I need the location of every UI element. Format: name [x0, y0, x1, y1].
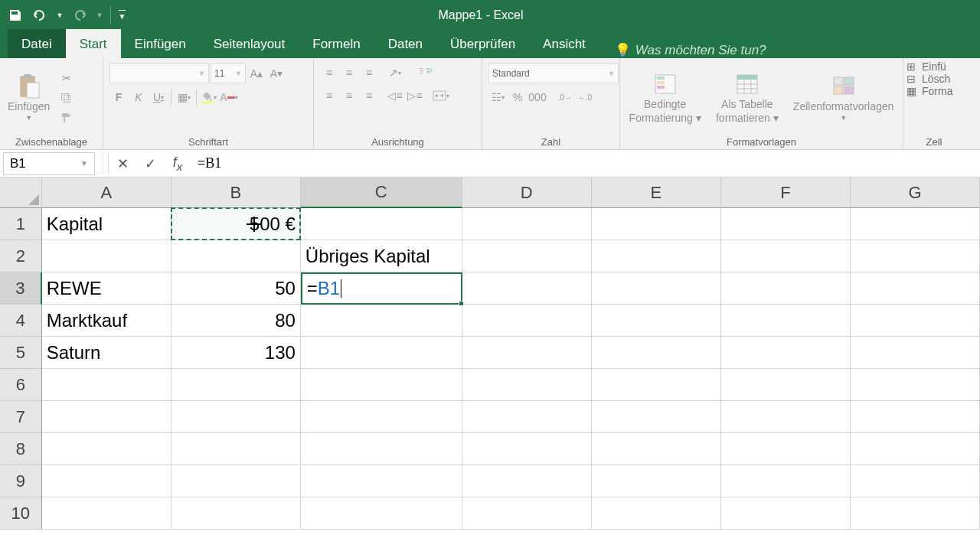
number-format-combo[interactable]: Standard▼	[488, 64, 619, 83]
cell-F2[interactable]	[721, 240, 851, 272]
cell-D10[interactable]	[462, 497, 592, 530]
column-header-E[interactable]: E	[592, 178, 721, 208]
align-top-icon[interactable]: ≡	[320, 64, 338, 82]
cell-B5[interactable]: 130	[172, 337, 301, 369]
tab-datei[interactable]: Datei	[8, 29, 66, 58]
row-header-6[interactable]: 6	[0, 369, 42, 401]
cells-format-icon[interactable]: ▦	[906, 85, 920, 97]
cell-D3[interactable]	[462, 272, 592, 305]
cell-C5[interactable]	[301, 337, 462, 369]
underline-button[interactable]: U▾	[149, 88, 168, 106]
font-size-combo[interactable]: 11▼	[211, 64, 246, 83]
cancel-formula-button[interactable]: ✕	[109, 153, 136, 174]
cell-B9[interactable]	[172, 465, 301, 497]
cell-A6[interactable]	[42, 369, 172, 401]
cell-C7[interactable]	[301, 401, 462, 433]
row-header-9[interactable]: 9	[0, 465, 42, 497]
cell-C3[interactable]: =B1	[301, 272, 462, 305]
row-header-8[interactable]: 8	[0, 433, 42, 465]
tell-me-search[interactable]: 💡 Was möchten Sie tun?	[599, 42, 766, 58]
bold-button[interactable]: F	[109, 88, 128, 106]
cell-C2[interactable]: Übriges Kapital	[301, 240, 462, 272]
cell-A3[interactable]: REWE	[42, 272, 172, 305]
cut-icon[interactable]: ✂	[57, 69, 76, 87]
cell-G4[interactable]	[851, 305, 980, 337]
comma-style-icon[interactable]: 000	[528, 88, 547, 106]
cell-B8[interactable]	[172, 433, 301, 465]
cell-G7[interactable]	[851, 401, 980, 433]
cell-A1[interactable]: Kapital	[42, 208, 172, 240]
fill-handle[interactable]	[459, 301, 464, 306]
increase-indent-icon[interactable]: ▷≡	[406, 86, 424, 105]
column-header-C[interactable]: C	[301, 178, 462, 208]
align-left-icon[interactable]: ≡	[320, 86, 338, 105]
cells-delete-icon[interactable]: ⊟	[906, 73, 920, 85]
accounting-format-icon[interactable]: ☷▾	[488, 88, 507, 106]
column-header-F[interactable]: F	[721, 178, 851, 208]
border-button[interactable]: ▦▾	[175, 88, 193, 106]
cell-G5[interactable]	[851, 337, 980, 369]
tab-ueberpruefen[interactable]: Überprüfen	[436, 29, 529, 58]
cell-B7[interactable]	[172, 401, 301, 433]
cell-B3[interactable]: 50	[172, 272, 301, 305]
cell-F9[interactable]	[721, 465, 851, 497]
cell-C9[interactable]	[301, 465, 462, 497]
merge-center-icon[interactable]: ▾	[432, 86, 450, 105]
cell-E9[interactable]	[592, 465, 721, 497]
cell-A7[interactable]	[42, 401, 172, 433]
align-bottom-icon[interactable]: ≡	[360, 64, 378, 82]
fill-color-button[interactable]: ▾	[200, 88, 218, 106]
paste-button[interactable]: Einfügen ▼	[3, 73, 54, 123]
cell-D9[interactable]	[462, 465, 592, 497]
cell-E4[interactable]	[592, 305, 721, 337]
decrease-indent-icon[interactable]: ◁≡	[386, 86, 404, 105]
tab-formeln[interactable]: Formeln	[299, 29, 374, 58]
select-all-corner[interactable]	[0, 178, 42, 208]
cell-E6[interactable]	[592, 369, 721, 401]
row-header-3[interactable]: 3	[0, 272, 42, 305]
format-painter-icon[interactable]	[57, 109, 76, 127]
column-header-A[interactable]: A	[42, 178, 172, 208]
cell-A8[interactable]	[42, 433, 172, 465]
cell-B2[interactable]	[172, 240, 301, 272]
cell-G3[interactable]	[851, 272, 980, 305]
align-right-icon[interactable]: ≡	[360, 86, 378, 105]
align-center-icon[interactable]: ≡	[340, 86, 358, 105]
increase-font-icon[interactable]: A▴	[247, 64, 266, 83]
format-as-table-button[interactable]: Als Tabelle formatieren ▾	[711, 70, 783, 126]
font-name-combo[interactable]: ▼	[109, 64, 209, 83]
cell-G9[interactable]	[851, 465, 980, 497]
cell-G6[interactable]	[851, 369, 980, 401]
column-header-B[interactable]: B	[172, 178, 301, 208]
cell-D5[interactable]	[462, 337, 592, 369]
cell-styles-button[interactable]: Zellenformatvorlagen ▼	[789, 73, 899, 123]
cell-F3[interactable]	[721, 272, 851, 305]
cell-F4[interactable]	[721, 305, 851, 337]
cell-E8[interactable]	[592, 433, 721, 465]
cell-E10[interactable]	[592, 497, 721, 530]
cell-B4[interactable]: 80	[172, 305, 301, 337]
cell-F8[interactable]	[721, 433, 851, 465]
column-header-D[interactable]: D	[462, 178, 592, 208]
undo-icon[interactable]	[31, 6, 49, 24]
tab-start[interactable]: Start	[66, 29, 121, 58]
cell-F5[interactable]	[721, 337, 851, 369]
cell-D2[interactable]	[462, 240, 592, 272]
cell-G1[interactable]	[851, 208, 980, 240]
qat-customize-icon[interactable]: ▼	[110, 6, 129, 24]
orientation-icon[interactable]: ↗▾	[386, 64, 404, 82]
cell-A5[interactable]: Saturn	[42, 337, 172, 369]
cell-A4[interactable]: Marktkauf	[42, 305, 172, 337]
percent-icon[interactable]: %	[508, 88, 527, 106]
cell-F6[interactable]	[721, 369, 851, 401]
cell-A10[interactable]	[42, 497, 172, 530]
row-header-4[interactable]: 4	[0, 305, 42, 337]
cell-F7[interactable]	[721, 401, 851, 433]
cell-G10[interactable]	[851, 497, 980, 530]
cell-D6[interactable]	[462, 369, 592, 401]
conditional-formatting-button[interactable]: Bedingte Formatierung ▾	[625, 70, 706, 126]
cell-C4[interactable]	[301, 305, 462, 337]
copy-icon[interactable]: ⿻	[57, 89, 76, 107]
cell-C6[interactable]	[301, 369, 462, 401]
cell-G2[interactable]	[851, 240, 980, 272]
